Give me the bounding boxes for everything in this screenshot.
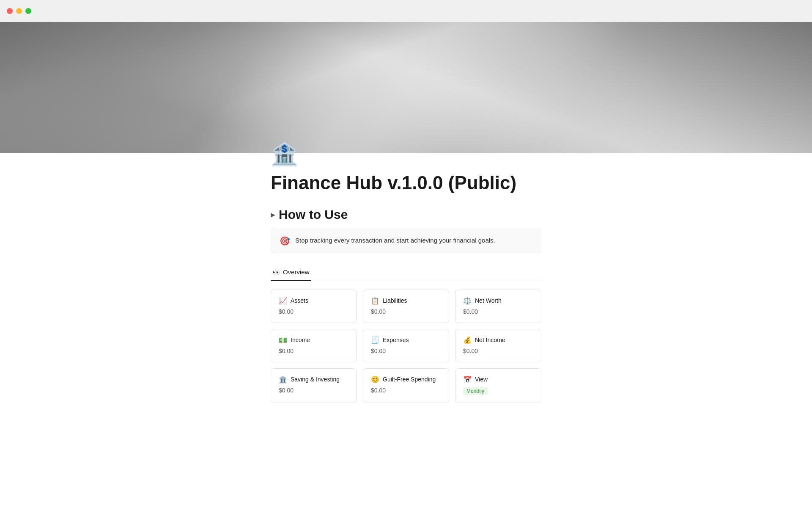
card-income[interactable]: 💵Income$0.00 <box>271 329 357 362</box>
card-guilt-free-spending[interactable]: 😊Guilt-Free Spending$0.00 <box>363 368 449 403</box>
tab-overview[interactable]: 👀 Overview <box>271 265 311 281</box>
card-icon-0: 📈 <box>279 297 287 305</box>
hero-banner <box>0 22 812 153</box>
title-bar <box>0 0 812 22</box>
card-expenses[interactable]: 🧾Expenses$0.00 <box>363 329 449 362</box>
maximize-button[interactable] <box>25 8 31 14</box>
card-icon-5: 💰 <box>463 336 472 344</box>
card-value-1: $0.00 <box>371 308 441 315</box>
card-value-5: $0.00 <box>463 348 533 354</box>
card-net-income[interactable]: 💰Net Income$0.00 <box>455 329 541 362</box>
card-value-7: $0.00 <box>371 387 441 394</box>
how-to-use-section: ▶ How to Use <box>271 207 541 222</box>
tab-overview-label: Overview <box>283 268 310 276</box>
callout-text: Stop tracking every transaction and star… <box>295 236 495 246</box>
card-value-3: $0.00 <box>279 348 349 354</box>
card-value-6: $0.00 <box>279 387 349 394</box>
tab-overview-icon: 👀 <box>272 268 280 276</box>
card-icon-3: 💵 <box>279 336 287 344</box>
minimize-button[interactable] <box>16 8 22 14</box>
callout-box: 🎯 Stop tracking every transaction and st… <box>271 229 541 253</box>
card-view[interactable]: 📅ViewMonthly <box>455 368 541 403</box>
card-net-worth[interactable]: ⚖️Net Worth$0.00 <box>455 290 541 323</box>
card-title-8: View <box>475 376 488 383</box>
section-title: How to Use <box>279 207 348 222</box>
close-button[interactable] <box>7 8 13 14</box>
callout-icon: 🎯 <box>280 236 290 246</box>
card-icon-8: 📅 <box>463 375 472 384</box>
card-icon-7: 😊 <box>371 375 379 384</box>
content-area: 🏦 Finance Hub v.1.0.0 (Public) ▶ How to … <box>254 141 558 437</box>
card-title-5: Net Income <box>475 337 505 343</box>
card-title-0: Assets <box>291 297 308 304</box>
card-icon-1: 📋 <box>371 297 379 305</box>
card-icon-2: ⚖️ <box>463 297 472 305</box>
card-liabilities[interactable]: 📋Liabilities$0.00 <box>363 290 449 323</box>
page-title: Finance Hub v.1.0.0 (Public) <box>271 172 541 194</box>
toggle-arrow-icon[interactable]: ▶ <box>271 211 275 218</box>
page-icon: 🏦 <box>271 141 541 167</box>
card-badge-8: Monthly <box>463 387 488 395</box>
card-icon-4: 🧾 <box>371 336 379 344</box>
card-title-4: Expenses <box>383 337 409 343</box>
card-title-1: Liabilities <box>383 297 407 304</box>
card-value-0: $0.00 <box>279 308 349 315</box>
cards-grid: 📈Assets$0.00📋Liabilities$0.00⚖️Net Worth… <box>271 290 541 403</box>
tab-bar: 👀 Overview <box>271 265 541 281</box>
card-assets[interactable]: 📈Assets$0.00 <box>271 290 357 323</box>
card-title-3: Income <box>291 337 310 343</box>
card-value-2: $0.00 <box>463 308 533 315</box>
card-title-6: Saving & Investing <box>291 376 340 383</box>
card-saving--investing[interactable]: 🏛️Saving & Investing$0.00 <box>271 368 357 403</box>
card-title-2: Net Worth <box>475 297 502 304</box>
card-icon-6: 🏛️ <box>279 375 287 384</box>
card-value-4: $0.00 <box>371 348 441 354</box>
card-title-7: Guilt-Free Spending <box>383 376 436 383</box>
